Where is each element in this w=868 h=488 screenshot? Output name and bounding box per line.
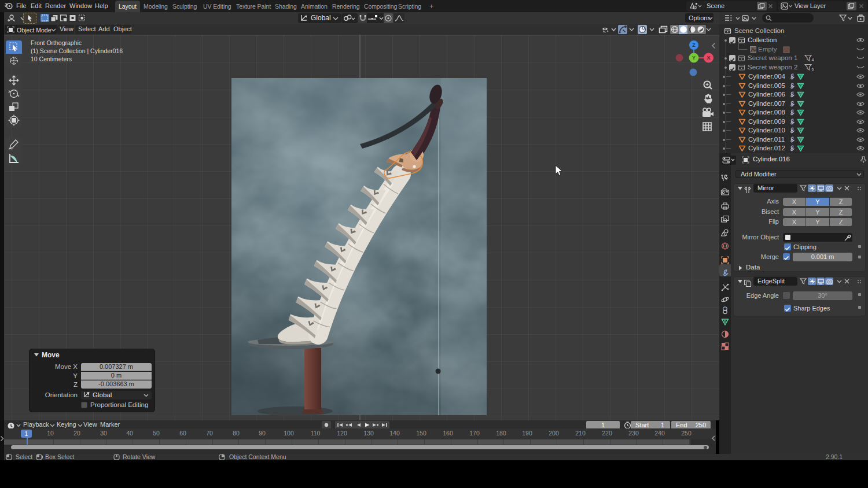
svg-text:X: X bbox=[707, 55, 710, 61]
svg-text:Y: Y bbox=[692, 55, 696, 61]
svg-text:4: 4 bbox=[812, 58, 814, 62]
svg-text:6: 6 bbox=[812, 67, 814, 71]
svg-text:Z: Z bbox=[692, 42, 696, 48]
